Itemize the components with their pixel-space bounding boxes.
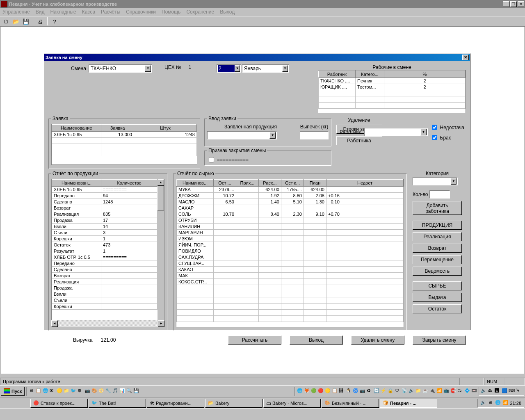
close-sign-checkbox[interactable] xyxy=(209,157,214,162)
print-icon[interactable]: 🖨 xyxy=(36,17,45,26)
realize-button[interactable]: Реализация xyxy=(413,232,462,241)
category-combo[interactable]: ▼ xyxy=(413,177,458,185)
table-row: ХЛЕБ 1с 0.6513.0001248 xyxy=(52,132,197,138)
day-combo[interactable]: ▼ xyxy=(217,64,241,73)
task-button[interactable]: 🛠 Редактировани... xyxy=(147,399,204,408)
close-shift-button[interactable]: Закрыть смену xyxy=(413,336,466,345)
menu-item[interactable]: Касса xyxy=(82,9,95,15)
task-button[interactable]: 📂 Bakery xyxy=(205,399,262,408)
menu-item[interactable]: Выход xyxy=(220,9,235,15)
menu-item[interactable]: Накладные xyxy=(50,9,76,15)
table-row: СОЛЬ10.708.402.309.10+0.70 xyxy=(177,211,404,217)
menu-item[interactable]: Управление xyxy=(2,9,30,15)
start-button[interactable]: Пуск xyxy=(1,387,25,396)
statement-button[interactable]: Ведомость xyxy=(413,267,462,276)
workers-title: Рабочие в смене xyxy=(318,64,466,70)
dialog-titlebar: Заявка на смену ✕ xyxy=(44,54,470,61)
open-icon[interactable]: 📂 xyxy=(11,17,21,26)
menu-item[interactable]: Сохранение xyxy=(186,9,214,15)
menu-item[interactable]: Справочники xyxy=(126,9,156,15)
app-icon xyxy=(1,1,7,7)
table-row: ДРОЖЖИ10.721.928.802.08+0.16 xyxy=(177,193,404,199)
delete-shift-button[interactable]: Удалить смену xyxy=(351,336,404,345)
declared-combo[interactable]: ▼ xyxy=(207,131,277,139)
status-text: Программа готова к работе xyxy=(0,378,459,385)
issue-button[interactable]: Выдача xyxy=(413,293,462,302)
table-row: ВАНИЛИН xyxy=(177,224,404,230)
product-report-table[interactable]: Наименован...Количество ХЛЕБ 1с 0.65====… xyxy=(52,179,158,310)
restore-button[interactable]: ❐ xyxy=(510,1,517,7)
shift-request-dialog: Заявка на смену ✕ Смена ▼ ЦЕХ № 1 ▼ ▼ Ра… xyxy=(44,53,470,330)
table-row: Остаток473 xyxy=(52,242,158,248)
worker-label: Работник xyxy=(340,129,361,135)
defect-checkbox[interactable] xyxy=(432,135,437,140)
table-row: Корешки1 xyxy=(52,236,158,242)
remain-button[interactable]: Остаток xyxy=(413,304,462,313)
table-row: Корешки xyxy=(52,304,158,310)
table-row: Взяли xyxy=(52,291,158,297)
add-worker-button[interactable]: Добавить работника xyxy=(413,201,462,215)
menubar: Управление Вид Накладные Касса Расчёты С… xyxy=(0,8,525,16)
category-label: Категория xyxy=(413,171,462,176)
status-num: NUM xyxy=(484,378,504,385)
systray2[interactable]: 🔊🖥🌐📶 21:28 xyxy=(477,399,524,408)
save-icon[interactable]: 💾 xyxy=(21,17,30,26)
table-row: ЮРАЩИК ....Тестом...2 xyxy=(318,84,465,90)
table-row: КОКОС.СТР... xyxy=(177,279,404,285)
table-row: Реализация835 xyxy=(52,211,158,217)
table-row: САХ.ПУДРА xyxy=(177,254,404,260)
task-button[interactable]: 🐦 The Bat! xyxy=(89,399,146,408)
h-scrollbar[interactable]: ◄► xyxy=(51,320,164,327)
request-fieldset: Заявка НаименованиеЗаявкаШтук ХЛЕБ 1с 0.… xyxy=(48,116,200,169)
table-row: ЯЙИЧ. ПОР... xyxy=(177,242,404,248)
bakes-input[interactable] xyxy=(300,131,329,139)
quicklaunch[interactable]: 🖥📋🌐✉🟡📁🐦⚙📷🎨📀🔧🎵📊🔍💾 xyxy=(29,388,293,395)
table-row: МАК xyxy=(177,273,404,279)
task-button[interactable]: 🎨 Безымянный - ... xyxy=(322,399,379,408)
table-row: Сделано xyxy=(52,267,158,273)
bakes-label: Выпечек (кг) xyxy=(300,124,329,130)
dialog-close-button[interactable]: ✕ xyxy=(462,55,469,60)
scrollbar[interactable]: ▲ xyxy=(158,179,164,320)
table-row: Съели3 xyxy=(52,230,158,236)
worker-combo[interactable]: ▼ xyxy=(364,128,428,136)
minimize-button[interactable]: _ xyxy=(503,1,509,7)
request-table[interactable]: НаименованиеЗаявкаШтук ХЛЕБ 1с 0.6513.00… xyxy=(52,124,197,156)
raw-report-fieldset: Отчёт по сырью Наиминов...Ост ...Прих...… xyxy=(173,171,407,331)
workers-table[interactable]: РаботникКатего...% ТКАЧЕНКО ....Печник2 … xyxy=(318,71,466,109)
table-row: МАРГАРИН xyxy=(177,230,404,236)
help-icon[interactable]: ? xyxy=(50,17,59,26)
move-button[interactable]: Перемещение xyxy=(413,255,462,264)
table-row: Возврат xyxy=(52,205,158,211)
table-row: Результат1 xyxy=(52,248,158,254)
tray-middle[interactable]: 🌐🦊🟢🔴🟡📋🖼🐧🌀📷♻🔄⚡🔒🛡📡🔊📁☕🔌📶📺🧲🗂💠📼 xyxy=(297,388,478,395)
exit-button[interactable]: Выход xyxy=(290,336,343,345)
return-button[interactable]: Возврат xyxy=(413,244,462,253)
table-row: СГУЩ.ВАР... xyxy=(177,260,404,267)
shift-label: Смена xyxy=(71,66,86,71)
task-button[interactable]: 🔴 Ставки к проек... xyxy=(30,399,88,408)
menu-item[interactable]: Помощь xyxy=(162,9,180,15)
shift-combo[interactable]: ▼ xyxy=(89,64,152,73)
new-icon[interactable]: 🗋 xyxy=(2,17,11,26)
entry-fieldset: Ввод заявки Заявленная продукция ▼ Выпеч… xyxy=(204,116,331,146)
menu-item[interactable]: Расчёты xyxy=(101,9,120,15)
month-combo[interactable]: ▼ xyxy=(242,64,289,73)
raw-report-table[interactable]: Наиминов...Ост ...Прих...Расх...Ост к...… xyxy=(176,179,404,322)
menu-item[interactable]: Вид xyxy=(36,9,45,15)
table-row: МАСЛО6.501.405.101.30−0.10 xyxy=(177,199,404,205)
calc-button[interactable]: Рассчитать xyxy=(228,336,281,345)
products-button[interactable]: ПРОДУКЦИЯ xyxy=(413,221,462,230)
clock: 21:28 xyxy=(510,401,521,406)
delete-worker-button[interactable]: Работника xyxy=(336,136,382,145)
statusbar: Программа готова к работе NUM xyxy=(0,377,525,385)
task-button-active[interactable]: 🍞 Пекарня - ... xyxy=(380,399,437,408)
raw-button[interactable]: СЫРЬЁ xyxy=(413,281,462,290)
shortage-checkbox[interactable] xyxy=(432,125,437,130)
task-button[interactable]: 🗃 Bakery - Micros... xyxy=(263,399,321,408)
close-button[interactable]: ✕ xyxy=(518,1,524,7)
qty-input[interactable] xyxy=(429,190,450,199)
table-row: ХЛЕБ 1с 0.65========= xyxy=(52,187,158,193)
systray[interactable]: 🔈🖧🅴🟦⌨🖱 xyxy=(479,387,524,396)
delete-label: Удаление xyxy=(336,117,383,123)
